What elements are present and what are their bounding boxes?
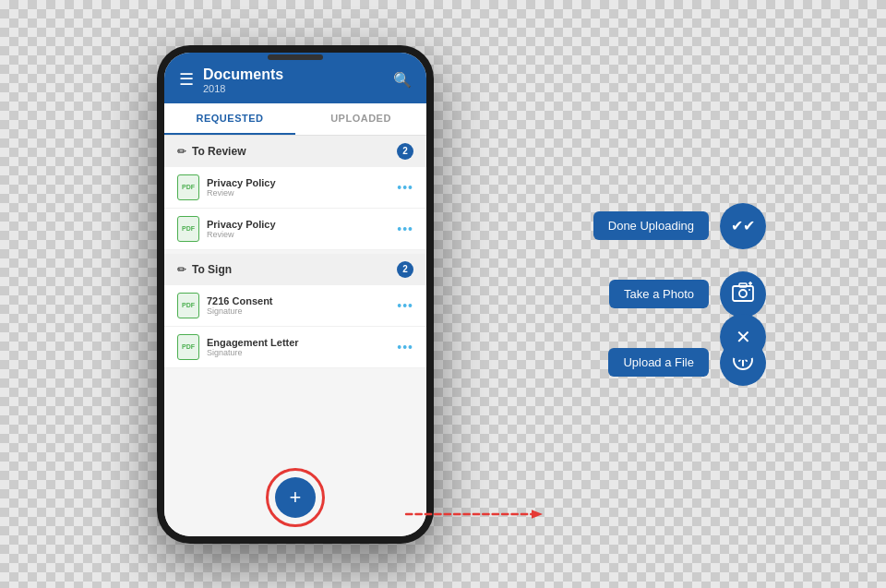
take-photo-label[interactable]: Take a Photo (609, 280, 709, 308)
pdf-icon: PDF (177, 216, 199, 242)
review-badge: 2 (397, 143, 413, 160)
item-text: Privacy Policy Review (207, 177, 389, 198)
item-more-icon[interactable]: ••• (397, 298, 413, 313)
done-uploading-label[interactable]: Done Uploading (593, 211, 709, 240)
list-item: PDF Engagement Letter Signature ••• (164, 327, 426, 368)
section-header-sign-left: ✏ To Sign (177, 263, 232, 276)
dashed-arrow (406, 505, 554, 507)
tab-requested[interactable]: REQUESTED (164, 103, 295, 135)
review-section-title: To Review (192, 145, 245, 158)
menu-icon[interactable]: ☰ (179, 69, 194, 90)
pdf-icon: PDF (177, 174, 199, 200)
app-header: ☰ Documents 2018 🔍 (164, 53, 426, 103)
app-title: Documents (203, 66, 283, 83)
search-icon[interactable]: 🔍 (393, 71, 412, 89)
review-section-icon: ✏ (177, 145, 186, 158)
sign-badge: 2 (397, 261, 413, 278)
pdf-icon: PDF (177, 334, 199, 360)
tabs-bar: REQUESTED UPLOADED (164, 103, 426, 136)
list-item: PDF Privacy Policy Review ••• (164, 167, 426, 209)
svg-rect-2 (733, 286, 753, 301)
header-title-block: Documents 2018 (203, 66, 393, 94)
tab-uploaded[interactable]: UPLOADED (295, 103, 426, 135)
sign-section-title: To Sign (192, 263, 232, 276)
sign-section-icon: ✏ (177, 263, 186, 276)
action-row-done: Done Uploading ✔✔ (593, 203, 766, 249)
item-sub: Review (207, 188, 389, 198)
svg-rect-4 (739, 283, 747, 287)
action-panel: Done Uploading ✔✔ Take a Photo (593, 203, 766, 386)
svg-point-3 (739, 290, 747, 297)
item-more-icon[interactable]: ••• (397, 340, 413, 354)
section-header-review-left: ✏ To Review (177, 145, 245, 158)
item-name: 7216 Consent (207, 295, 389, 306)
double-check-icon: ✔✔ (731, 217, 755, 234)
item-sub: Signature (207, 348, 389, 357)
item-sub: Review (207, 230, 389, 239)
item-name: Engagement Letter (207, 337, 389, 348)
fab-button[interactable]: + (275, 477, 316, 518)
phone-shell: ☰ Documents 2018 🔍 REQUESTED UPLOADED ✏ (157, 45, 434, 544)
item-name: Privacy Policy (207, 219, 389, 230)
close-button[interactable]: ✕ (720, 314, 766, 360)
section-header-sign: ✏ To Sign 2 (164, 254, 426, 285)
phone-screen: ☰ Documents 2018 🔍 REQUESTED UPLOADED ✏ (164, 53, 426, 536)
list-item: PDF Privacy Policy Review ••• (164, 209, 426, 250)
item-text: Engagement Letter Signature (207, 337, 389, 357)
list-item: PDF 7216 Consent Signature ••• (164, 285, 426, 327)
item-more-icon[interactable]: ••• (397, 180, 413, 195)
upload-file-label[interactable]: Upload a File (608, 348, 709, 377)
svg-marker-1 (532, 510, 543, 519)
app-subtitle: 2018 (203, 83, 225, 94)
svg-point-5 (748, 289, 750, 291)
action-row-photo: Take a Photo (609, 271, 766, 318)
item-name: Privacy Policy (207, 177, 389, 188)
item-text: Privacy Policy Review (207, 219, 389, 239)
take-photo-button[interactable] (720, 271, 766, 318)
phone-notch (268, 54, 323, 60)
item-more-icon[interactable]: ••• (397, 222, 413, 236)
camera-icon (732, 282, 754, 306)
section-header-review: ✏ To Review 2 (164, 136, 426, 167)
item-text: 7216 Consent Signature (207, 295, 389, 316)
item-sub: Signature (207, 306, 389, 316)
pdf-icon: PDF (177, 293, 199, 318)
done-uploading-button[interactable]: ✔✔ (720, 203, 766, 249)
